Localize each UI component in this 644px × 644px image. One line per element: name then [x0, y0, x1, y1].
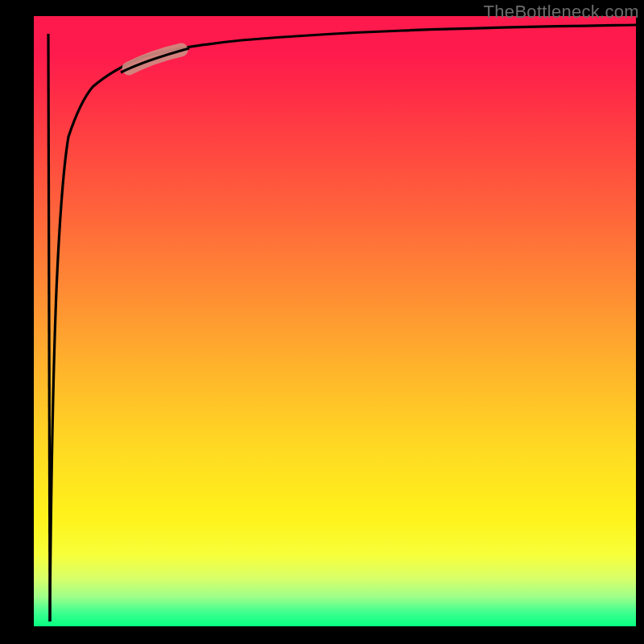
- watermark-text: TheBottleneck.com: [484, 2, 639, 23]
- chart-frame: TheBottleneck.com: [0, 0, 644, 644]
- plot-gradient-background: [32, 16, 636, 628]
